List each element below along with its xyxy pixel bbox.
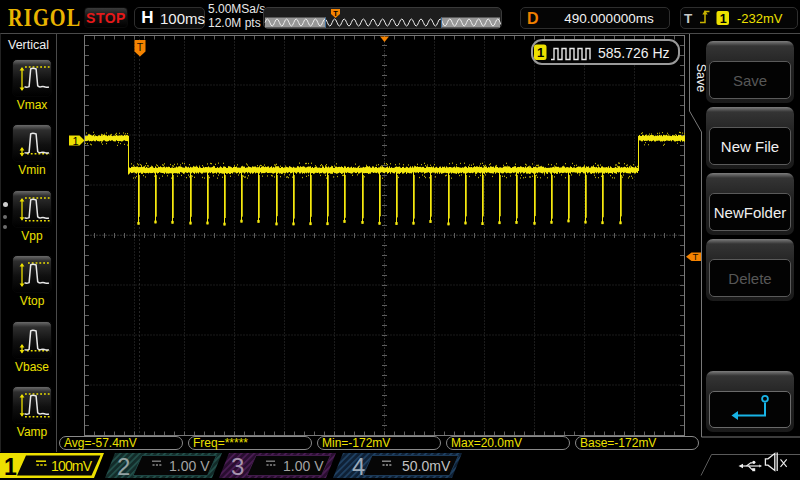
svg-text:585.726 Hz: 585.726 Hz (598, 45, 670, 61)
svg-text:T: T (684, 11, 693, 26)
svg-text:T: T (137, 41, 144, 53)
svg-text:50.0mV: 50.0mV (402, 458, 451, 474)
svg-text:3: 3 (231, 453, 244, 480)
svg-text:T: T (693, 251, 699, 262)
svg-text:1.00 V: 1.00 V (283, 458, 324, 474)
svg-text:T: T (333, 9, 338, 18)
svg-text:1: 1 (537, 45, 544, 60)
svg-text:1: 1 (720, 12, 727, 26)
svg-text:1: 1 (4, 454, 17, 480)
svg-text:-232mV: -232mV (737, 11, 783, 26)
svg-text:2: 2 (117, 453, 130, 480)
svg-text:1: 1 (73, 135, 79, 147)
svg-text:1.00 V: 1.00 V (169, 458, 210, 474)
svg-text:100mV: 100mV (51, 458, 93, 474)
